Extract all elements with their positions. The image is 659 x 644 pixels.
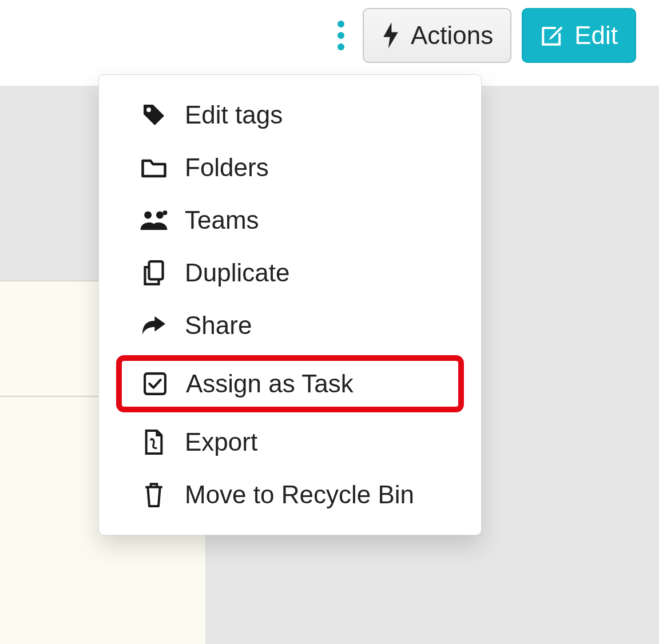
menu-item-label: Move to Recycle Bin [185, 480, 414, 509]
menu-item-label: Teams [185, 206, 259, 234]
menu-item-move-to-recycle-bin[interactable]: Move to Recycle Bin [99, 468, 481, 521]
check-square-icon [140, 369, 170, 399]
edit-icon [540, 23, 564, 47]
more-options-menu: Edit tags Folders Teams Duplicate Share [98, 74, 482, 535]
share-icon [139, 311, 169, 340]
trash-icon [139, 480, 169, 510]
bolt-icon [381, 22, 400, 49]
svg-point-2 [156, 211, 164, 218]
svg-rect-4 [149, 261, 163, 279]
svg-point-0 [146, 108, 151, 112]
svg-point-1 [144, 211, 152, 218]
file-pdf-icon [139, 427, 169, 457]
menu-item-assign-as-task[interactable]: Assign as Task [116, 355, 464, 412]
menu-item-label: Share [185, 311, 252, 340]
kebab-dot-icon [338, 21, 344, 27]
menu-item-duplicate[interactable]: Duplicate [99, 247, 481, 299]
svg-point-3 [163, 210, 168, 215]
menu-item-label: Assign as Task [186, 369, 354, 398]
menu-item-teams[interactable]: Teams [99, 194, 481, 247]
actions-label: Actions [411, 21, 493, 50]
copy-icon [139, 258, 169, 288]
menu-item-export[interactable]: Export [99, 416, 481, 468]
kebab-dot-icon [338, 43, 344, 50]
tag-icon [139, 100, 169, 130]
folder-icon [139, 153, 169, 182]
menu-item-label: Duplicate [185, 259, 289, 287]
svg-rect-5 [145, 373, 165, 394]
menu-item-label: Edit tags [185, 101, 283, 129]
actions-button[interactable]: Actions [363, 8, 511, 63]
menu-item-label: Folders [185, 153, 269, 182]
menu-item-edit-tags[interactable]: Edit tags [99, 89, 481, 141]
menu-item-label: Export [185, 428, 257, 456]
edit-label: Edit [574, 21, 618, 50]
kebab-dot-icon [338, 32, 344, 39]
users-icon [139, 205, 169, 235]
toolbar: Actions Edit [330, 8, 636, 63]
menu-item-share[interactable]: Share [99, 299, 481, 352]
edit-button[interactable]: Edit [522, 8, 636, 63]
more-options-button[interactable] [330, 21, 352, 50]
menu-item-folders[interactable]: Folders [99, 141, 481, 194]
